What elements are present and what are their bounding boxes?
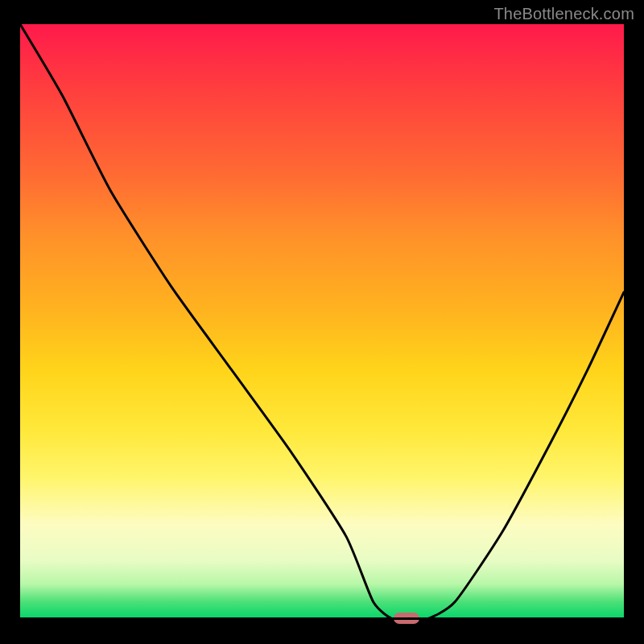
bottleneck-curve (20, 24, 624, 620)
plot-area (20, 24, 624, 620)
chart-frame: TheBottleneck.com (0, 0, 644, 644)
x-axis-baseline (20, 617, 624, 620)
watermark-text: TheBottleneck.com (493, 5, 634, 23)
